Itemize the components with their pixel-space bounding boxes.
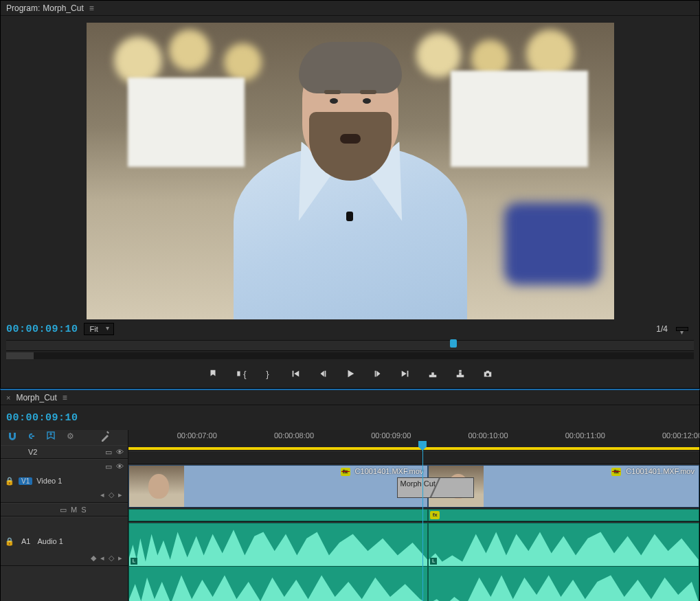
timeline-tab-name[interactable]: Morph_Cut <box>16 393 56 402</box>
channel-label-l: L <box>430 558 437 565</box>
program-playhead-icon[interactable] <box>450 339 457 348</box>
track-header-a1-toggles[interactable]: ▭ M S <box>1 503 128 517</box>
ruler-label: 00:00:09:00 <box>371 431 411 440</box>
step-back-button[interactable] <box>317 367 329 380</box>
clip-filename: C1001401.MXF.mov <box>626 467 695 475</box>
clip-filename: C1001401.MXF.mov <box>355 467 424 475</box>
ruler-label: 00:00:10:00 <box>468 431 508 440</box>
timeline-tracks-area[interactable]: 00:00:07:00 00:00:08:00 00:00:09:00 00:0… <box>128 430 699 601</box>
zoom-handle[interactable] <box>6 352 34 359</box>
add-keyframe-icon[interactable]: ◇ <box>109 490 114 499</box>
audio-clip-b[interactable]: L R <box>428 523 699 601</box>
lock-icon[interactable]: 🔒 <box>5 477 14 486</box>
video-clip-a[interactable]: fx C1001401.MXF.mov <box>128 465 428 508</box>
toggle-output-icon[interactable]: ▭ <box>105 448 112 457</box>
timeline-wrench-icon[interactable] <box>100 430 112 442</box>
snap-tool-icon[interactable] <box>6 430 19 442</box>
clip-thumbnail <box>129 466 184 507</box>
fx-badge-icon[interactable]: fx <box>341 468 350 476</box>
track-header-v1[interactable]: 🔒 V1 Video 1 ▭👁 ◂ ◇ ▸ <box>1 459 128 503</box>
audio-clip-a[interactable]: L R <box>128 523 428 601</box>
fx-badge-icon[interactable]: fx <box>430 511 440 519</box>
keyframe-diamond-icon[interactable]: ◆ <box>91 554 96 563</box>
prev-keyframe-icon[interactable]: ◂ <box>100 554 104 563</box>
ruler-label: 00:00:08:00 <box>274 431 314 440</box>
solo-button[interactable]: S <box>81 506 86 514</box>
channel-label-l: L <box>131 558 137 565</box>
mark-in-button[interactable]: { <box>234 367 247 380</box>
track-a1-name: Audio 1 <box>37 537 63 545</box>
timeline-playhead[interactable] <box>422 441 423 601</box>
zoom-fit-dropdown[interactable]: Fit <box>84 323 114 335</box>
panel-menu-icon[interactable]: ≡ <box>89 3 94 13</box>
track-v1-name: Video 1 <box>36 477 62 485</box>
goto-in-button[interactable] <box>289 367 302 380</box>
program-mini-ruler[interactable] <box>6 340 694 351</box>
extract-button[interactable] <box>454 367 466 380</box>
add-marker-button[interactable] <box>207 367 219 380</box>
video-viewer <box>1 16 699 319</box>
track-v2-tag[interactable]: V2 <box>28 448 37 456</box>
video-frame[interactable] <box>87 23 614 319</box>
lock-icon[interactable]: 🔒 <box>5 537 14 546</box>
morph-cut-transition[interactable]: Morph Cut <box>397 477 474 498</box>
track-v1-tag[interactable]: V1 <box>19 477 32 485</box>
play-button[interactable] <box>344 367 357 380</box>
ruler-label: 00:00:12:00 <box>662 431 699 440</box>
timeline-timecode[interactable]: 00:00:09:10 <box>6 412 78 424</box>
clip-label: fx C1001401.MXF.mov <box>341 467 424 476</box>
add-keyframe-icon[interactable]: ◇ <box>109 554 114 563</box>
work-area-bar[interactable] <box>128 447 699 450</box>
timeline-panel: × Morph_Cut ≡ 00:00:09:10 ⚙ V2 ▭👁 🔒 <box>0 389 700 601</box>
add-marker-tool-icon[interactable] <box>45 430 57 442</box>
mark-out-button[interactable]: } <box>262 367 274 380</box>
goto-out-button[interactable] <box>399 367 411 380</box>
track-lane-a1[interactable]: L R L R <box>128 522 699 601</box>
program-panel-header: Program: Morph_Cut ≡ <box>1 1 699 16</box>
ruler-label: 00:00:07:00 <box>177 431 217 440</box>
track-a1-tag[interactable]: A1 <box>19 537 33 545</box>
step-forward-button[interactable] <box>372 367 384 380</box>
eye-icon[interactable]: 👁 <box>116 462 124 471</box>
playback-resolution[interactable]: 1/4 <box>656 324 668 334</box>
lift-button[interactable] <box>427 367 439 380</box>
resolution-dropdown-arrow[interactable] <box>676 327 688 331</box>
linked-selection-icon[interactable] <box>25 430 38 442</box>
fx-badge-icon[interactable]: fx <box>611 468 621 476</box>
track-lane-a1-header[interactable]: fx <box>128 508 699 522</box>
timeline-tools-row: ⚙ <box>1 430 128 445</box>
toggle-sync-lock-icon[interactable]: 👁 <box>116 448 124 457</box>
next-keyframe-icon[interactable]: ▸ <box>118 554 122 563</box>
timeline-body: ⚙ V2 ▭👁 🔒 V1 Video 1 ▭👁 ◂ ◇ ▸ <box>1 430 699 601</box>
timeline-panel-header: × Morph_Cut ≡ <box>1 390 699 405</box>
next-keyframe-icon[interactable]: ▸ <box>118 490 122 499</box>
toggle-output-icon[interactable]: ▭ <box>105 462 112 471</box>
panel-title-prefix: Program: <box>6 3 40 13</box>
export-frame-button[interactable] <box>482 367 494 380</box>
toggle-output-icon[interactable]: ▭ <box>60 506 67 514</box>
transition-label: Morph Cut <box>400 479 436 488</box>
panel-title-name: Morph_Cut <box>43 3 83 13</box>
timeline-header-row: 00:00:09:10 <box>1 405 699 430</box>
track-lane-v1[interactable]: fx C1001401.MXF.mov fx C1001401.MXF.mov … <box>128 464 699 508</box>
viewer-control-bar: 00:00:09:10 Fit 1/4 <box>1 319 699 339</box>
track-header-a1[interactable]: 🔒 A1 Audio 1 ◆ ◂ ◇ ▸ <box>1 517 128 566</box>
timeline-settings-icon[interactable]: ⚙ <box>64 430 76 442</box>
mute-button[interactable]: M <box>71 506 77 514</box>
track-headers-column: ⚙ V2 ▭👁 🔒 V1 Video 1 ▭👁 ◂ ◇ ▸ <box>1 430 128 601</box>
program-zoom-bar[interactable] <box>6 352 694 359</box>
clip-label: fx C1001401.MXF.mov <box>611 467 695 476</box>
transport-controls: { } <box>1 361 699 388</box>
current-timecode[interactable]: 00:00:09:10 <box>6 324 78 335</box>
prev-keyframe-icon[interactable]: ◂ <box>100 490 104 499</box>
ruler-label: 00:00:11:00 <box>565 431 605 440</box>
timeline-ruler[interactable]: 00:00:07:00 00:00:08:00 00:00:09:00 00:0… <box>128 430 699 451</box>
program-monitor-panel: Program: Morph_Cut ≡ <box>0 0 700 389</box>
track-header-v2[interactable]: V2 ▭👁 <box>1 445 128 459</box>
timeline-menu-icon[interactable]: ≡ <box>63 393 67 402</box>
track-lane-v2[interactable] <box>128 451 699 464</box>
timeline-close-icon[interactable]: × <box>6 394 10 402</box>
